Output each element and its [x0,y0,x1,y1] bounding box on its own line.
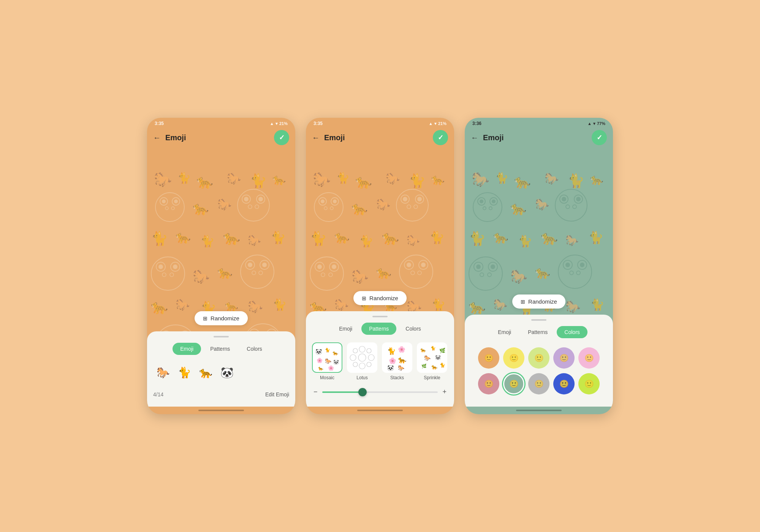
svg-text:🌸: 🌸 [328,365,334,371]
pattern-area-2: ⊞ Randomize [306,148,454,311]
status-icons-1: ▲ ▾ 21% [270,121,288,126]
back-button-1[interactable]: ← [153,133,161,142]
wifi-icon-3: ▾ [593,121,595,126]
randomize-icon-1: ⊞ [203,315,207,321]
confirm-button-3[interactable]: ✓ [592,130,607,145]
colors-row-1: 🙂 🙂 🙂 🙂 🙂 [472,347,605,369]
slider-fill [322,391,363,393]
pattern-area-1: ⊞ Randomize [147,148,295,331]
tab-emoji-3[interactable]: Emoji [490,326,519,338]
tab-colors-2[interactable]: Colors [398,323,428,335]
emoji-cat[interactable]: 🐈 [176,364,193,381]
emoji-panda[interactable]: 🐼 [218,364,235,381]
color-blue[interactable]: 🙂 [553,373,575,394]
tab-patterns-3[interactable]: Patterns [520,326,555,338]
pattern-stacks[interactable]: 🐈 🌸 🌸 🐆 🐼 🐎 Stacks [382,342,412,380]
pattern-sprinkle-img: 🐆 🐈 🌿 🐎 🐼 🌿 🐆 🐈 [417,342,447,373]
home-indicator-2 [306,407,454,414]
status-bar-2: 3:35 ▲ ▾ 21% [306,118,454,128]
signal-icon-3: ▲ [587,121,592,126]
app-title-3: Emoji [483,133,592,142]
svg-point-146 [353,362,358,367]
pattern-stacks-img: 🐈 🌸 🌸 🐆 🐼 🐎 [382,342,412,373]
colors-section: 🙂 🙂 🙂 🙂 🙂 [471,344,607,397]
pattern-mosaic[interactable]: 🐼 🐈 🐆 🌸 🐎 🐼 🐆 🌸 Mosaic [312,342,342,380]
slider-track[interactable] [322,391,438,393]
svg-text:🌸: 🌸 [398,346,405,353]
emoji-list-1: 🐎 🐈 🐆 🐼 [153,361,289,387]
svg-point-140 [353,348,358,353]
tab-colors-1[interactable]: Colors [239,343,269,355]
back-button-2[interactable]: ← [312,133,320,142]
svg-text:🌸: 🌸 [317,357,323,364]
status-icons-3: ▲ ▾ 77% [587,121,605,126]
svg-text:🐆: 🐆 [398,356,407,364]
svg-text:🐎: 🐎 [325,358,332,364]
randomize-label-3: Randomize [528,298,557,305]
randomize-icon-2: ⊞ [362,295,366,301]
svg-text:🐆: 🐆 [318,366,323,371]
slider-minus-button[interactable]: − [314,388,318,396]
tabs-1: Emoji Patterns Colors [153,343,289,355]
home-bar-2 [357,410,403,411]
battery-icon-2: 21% [438,121,446,126]
bottom-sheet-1: Emoji Patterns Colors 🐎 🐈 🐆 🐼 4/14 Edit … [147,331,295,407]
slider-plus-button[interactable]: + [442,388,446,396]
svg-text:🐎: 🐎 [398,365,405,371]
color-rose[interactable]: 🙂 [478,373,499,394]
tab-patterns-1[interactable]: Patterns [203,343,238,355]
randomize-button-1[interactable]: ⊞ Randomize [195,311,248,325]
app-title-1: Emoji [165,133,274,142]
randomize-button-2[interactable]: ⊞ Randomize [353,291,407,305]
randomize-button-3[interactable]: ⊞ Randomize [512,294,565,309]
pattern-mosaic-label: Mosaic [320,375,334,380]
patterns-grid: 🐼 🐈 🐆 🌸 🐎 🐼 🐆 🌸 Mosaic [312,341,448,383]
pattern-lotus-img [347,342,377,373]
emoji-horse[interactable]: 🐎 [155,364,171,381]
tab-emoji-2[interactable]: Emoji [331,323,360,335]
color-lime[interactable]: 🙂 [528,347,549,369]
back-button-3[interactable]: ← [471,133,478,142]
home-bar-3 [516,410,562,411]
color-purple[interactable]: 🙂 [553,347,575,369]
screen-colors: 🐎 🐈 🐆 🐎 🐈 🐆 🐆 🐎 [465,118,613,414]
svg-text:🐼: 🐼 [315,348,322,355]
emoji-leopard[interactable]: 🐆 [197,364,214,381]
confirm-button-2[interactable]: ✓ [433,130,448,145]
pattern-sprinkle[interactable]: 🐆 🐈 🌿 🐎 🐼 🌿 🐆 🐈 Sprinkle [417,342,447,380]
color-orange[interactable]: 🙂 [478,347,499,369]
app-bar-2: ← Emoji ✓ [306,128,454,148]
wifi-icon-1: ▾ [276,121,278,126]
screen-patterns: 🐎 🐈 🐆 🐎 🐈 🐆 🐆 🐎 [306,118,454,414]
svg-text:🐎: 🐎 [424,355,431,361]
edit-emoji-button-1[interactable]: Edit Emoji [265,391,289,397]
pattern-area-3: ⊞ Randomize [465,148,613,315]
svg-text:🌿: 🌿 [439,347,446,354]
svg-text:🐈: 🐈 [325,347,330,353]
svg-text:🌸: 🌸 [389,357,396,364]
svg-text:🐈: 🐈 [431,345,436,351]
svg-text:🐈: 🐈 [440,362,445,368]
svg-point-148 [367,362,371,367]
color-pink-light[interactable]: 🙂 [578,347,600,369]
tab-emoji-1[interactable]: Emoji [173,343,201,355]
color-yellow-green[interactable]: 🙂 [578,373,600,394]
color-yellow[interactable]: 🙂 [503,347,524,369]
battery-icon-3: 77% [597,121,605,126]
signal-icon-2: ▲ [429,121,433,126]
color-green-selected[interactable]: 🙂 [503,373,524,394]
colors-row-2: 🙂 🙂 🙂 🙂 🙂 [472,373,605,394]
status-icons-2: ▲ ▾ 21% [429,121,446,126]
confirm-button-1[interactable]: ✓ [274,130,289,145]
wifi-icon-2: ▾ [434,121,437,126]
screens-container: 🐎 🐈 🐆 🐎 🐈 🐆 🐆 🐎 [147,118,613,414]
svg-point-147 [359,363,365,369]
tab-patterns-2[interactable]: Patterns [361,323,396,335]
color-gray[interactable]: 🙂 [528,373,549,394]
bottom-sheet-2: Emoji Patterns Colors 🐼 🐈 🐆 🌸 🐎 🐼 [306,311,454,407]
slider-thumb[interactable] [358,388,367,396]
pattern-mosaic-img: 🐼 🐈 🐆 🌸 🐎 🐼 🐆 🌸 [312,342,342,373]
tab-colors-3[interactable]: Colors [557,326,587,338]
pattern-lotus[interactable]: Lotus [347,342,377,380]
svg-text:🐼: 🐼 [387,365,394,371]
